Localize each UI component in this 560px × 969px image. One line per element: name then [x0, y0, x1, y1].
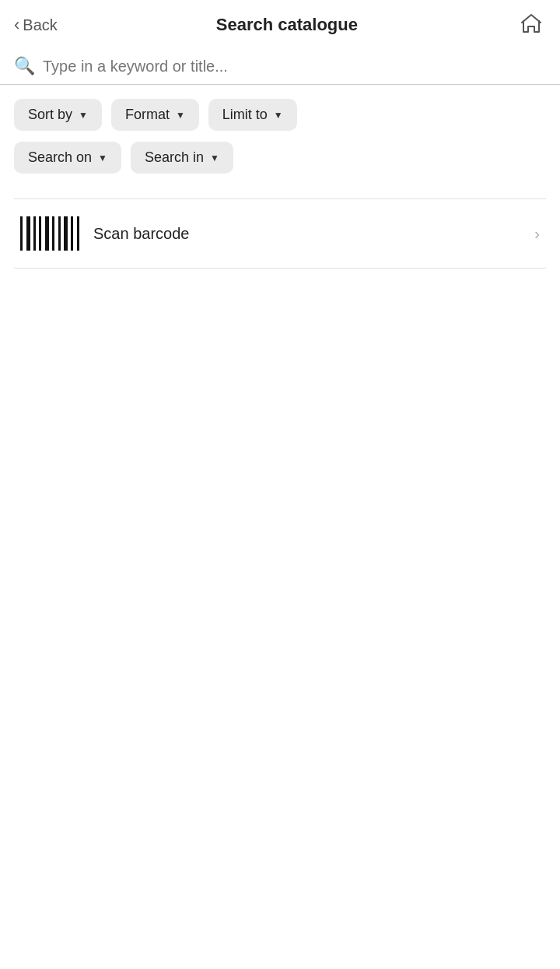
limit-to-dropdown-icon: ▼	[274, 110, 283, 121]
search-on-button[interactable]: Search on ▼	[14, 142, 121, 174]
limit-to-label: Limit to	[222, 107, 268, 123]
nav-bar: ‹ Back Search catalogue	[0, 0, 560, 50]
back-button[interactable]: ‹ Back	[14, 16, 58, 34]
format-dropdown-icon: ▼	[176, 110, 185, 121]
format-label: Format	[125, 107, 170, 123]
search-in-label: Search in	[145, 149, 204, 166]
scan-barcode-label: Scan barcode	[93, 225, 189, 243]
search-in-dropdown-icon: ▼	[210, 153, 219, 163]
sort-by-dropdown-icon: ▼	[79, 110, 88, 121]
search-on-dropdown-icon: ▼	[98, 153, 107, 163]
scan-barcode-chevron-right-icon: ›	[534, 225, 540, 243]
limit-to-button[interactable]: Limit to ▼	[208, 99, 297, 131]
search-in-button[interactable]: Search in ▼	[131, 142, 233, 174]
format-button[interactable]: Format ▼	[111, 99, 199, 131]
home-icon	[520, 12, 543, 36]
scan-barcode-left: Scan barcode	[20, 216, 189, 251]
search-on-label: Search on	[28, 149, 92, 166]
search-bar: 🔍	[14, 56, 546, 84]
barcode-icon	[20, 216, 79, 251]
scan-barcode-container: Scan barcode ›	[14, 198, 546, 269]
home-button[interactable]	[516, 9, 546, 41]
back-label: Back	[23, 16, 57, 34]
search-bar-container: 🔍	[0, 50, 560, 85]
search-input[interactable]	[43, 58, 546, 75]
page-title: Search catalogue	[58, 15, 516, 35]
sort-by-button[interactable]: Sort by ▼	[14, 99, 102, 131]
filter-row-2: Search on ▼ Search in ▼	[0, 131, 560, 174]
back-chevron-icon: ‹	[14, 16, 19, 33]
search-icon: 🔍	[14, 56, 35, 76]
scan-barcode-row[interactable]: Scan barcode ›	[14, 199, 546, 268]
sort-by-label: Sort by	[28, 107, 72, 123]
filter-row-1: Sort by ▼ Format ▼ Limit to ▼	[0, 85, 560, 131]
